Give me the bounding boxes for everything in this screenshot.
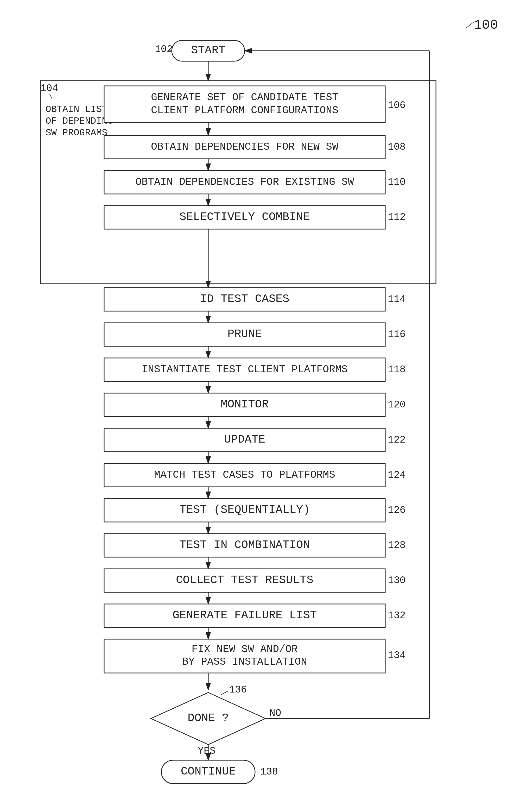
svg-text:TEST (SEQUENTIALLY): TEST (SEQUENTIALLY) [179,503,310,516]
ref-100: 100 [474,17,498,33]
ref-122: 122 [388,434,405,446]
ref-110: 110 [388,176,405,188]
svg-text:OBTAIN DEPENDENCIES FOR EXISTI: OBTAIN DEPENDENCIES FOR EXISTING SW [135,176,354,188]
svg-text:FIX NEW SW AND/OR: FIX NEW SW AND/OR [192,643,298,655]
yes-label: YES [198,745,216,756]
ref-136: 136 [229,684,247,695]
svg-text:MONITOR: MONITOR [221,398,269,411]
svg-text:GENERATE FAILURE LIST: GENERATE FAILURE LIST [173,609,317,622]
ref-132: 132 [388,610,405,621]
continue-label: CONTINUE [181,765,236,778]
ref-126: 126 [388,505,405,516]
ref-138: 138 [260,766,278,778]
svg-text:COLLECT  TEST  RESULTS: COLLECT TEST RESULTS [176,574,313,586]
ref-102: 102 [155,44,173,55]
ref-112: 112 [388,212,405,223]
ref-120: 120 [388,399,405,410]
ref-118: 118 [388,364,405,375]
start-label: START [191,44,225,57]
ref-128: 128 [388,540,405,551]
svg-text:TEST  IN   COMBINATION: TEST IN COMBINATION [179,538,310,551]
svg-text:ID TEST CASES: ID TEST CASES [200,292,289,305]
ref-134: 134 [388,650,405,661]
side-label: OBTAIN LIST [46,104,107,115]
svg-text:OF DEPENDING: OF DEPENDING [46,116,113,127]
ref-106: 106 [388,100,405,111]
svg-text:CLIENT PLATFORM CONFIGURATIONS: CLIENT PLATFORM CONFIGURATIONS [151,105,338,116]
svg-text:UPDATE: UPDATE [224,433,265,446]
done-label: DONE ? [188,711,229,725]
diagram-container: 100 START 102 OBTAIN LIST OF DEPENDING S… [0,0,532,812]
no-label: NO [269,708,281,719]
ref-104: 104 [40,83,58,94]
svg-text:OBTAIN DEPENDENCIES FOR NEW SW: OBTAIN DEPENDENCIES FOR NEW SW [151,141,338,153]
svg-text:GENERATE SET OF CANDIDATE TEST: GENERATE SET OF CANDIDATE TEST [151,92,338,103]
svg-text:INSTANTIATE TEST CLIENT PLATFO: INSTANTIATE TEST CLIENT PLATFORMS [142,364,348,375]
ref-108: 108 [388,141,405,153]
svg-text:BY PASS INSTALLATION: BY PASS INSTALLATION [182,656,307,668]
ref-124: 124 [388,469,405,481]
svg-text:SELECTIVELY COMBINE: SELECTIVELY COMBINE [179,211,310,223]
svg-text:PRUNE: PRUNE [227,328,262,340]
ref-130: 130 [388,575,405,586]
ref-116: 116 [388,329,405,340]
ref-114: 114 [388,294,405,305]
generate-node [104,86,385,122]
svg-text:SW PROGRAMS: SW PROGRAMS [46,128,107,138]
svg-text:MATCH TEST CASES TO PLATFORMS: MATCH TEST CASES TO PLATFORMS [154,469,335,481]
